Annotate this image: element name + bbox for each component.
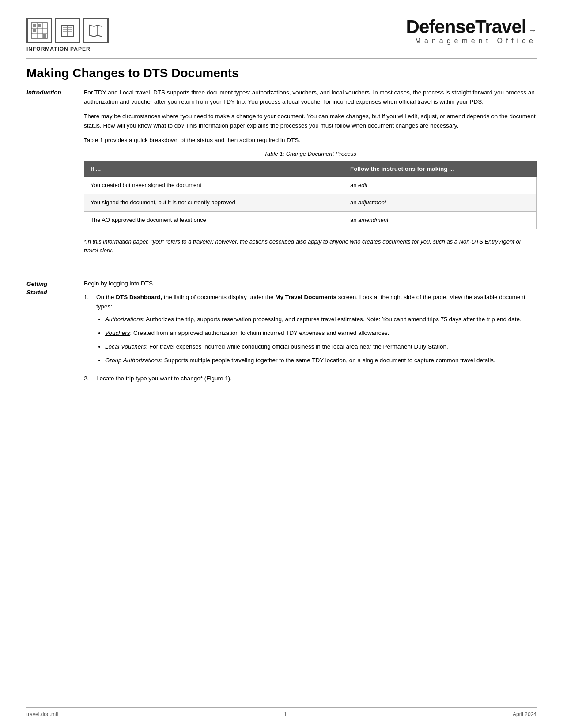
brand-subtitle: Management Office (406, 37, 537, 45)
gs-label: Getting Started (26, 281, 47, 296)
section-divider (26, 271, 537, 271)
gs-step-content-0: On the DTS Dashboard, the listing of doc… (96, 293, 537, 370)
table-row-condition-2: The AO approved the document at least on… (84, 212, 344, 229)
table-row-action-1: an adjustment (344, 194, 536, 212)
logo-icons (26, 18, 109, 43)
gs-step-content-1: Locate the trip type you want to change*… (96, 374, 537, 383)
intro-para-2: There may be circumstances where *you ne… (84, 112, 537, 131)
table-caption: Table 1: Change Document Process (84, 150, 537, 157)
table-row-condition-0: You created but never signed the documen… (84, 176, 344, 194)
getting-started-section: Getting Started Begin by logging into DT… (26, 279, 537, 387)
introduction-label: Introduction (26, 89, 61, 96)
gs-steps: 1.On the DTS Dashboard, the listing of d… (84, 293, 537, 383)
gs-begin: Begin by logging into DTS. (84, 279, 537, 289)
svg-rect-7 (33, 29, 36, 32)
intro-para-1: For TDY and Local travel, DTS supports t… (84, 88, 537, 107)
gs-step-num-0: 1. (84, 293, 93, 370)
footer-url: travel.dod.mil (26, 711, 58, 717)
gs-sub-bullets-0: Authorizations: Authorizes the trip, sup… (96, 315, 537, 365)
introduction-label-col: Introduction (26, 88, 84, 263)
gs-step-num-1: 2. (84, 374, 93, 383)
svg-rect-6 (38, 24, 41, 27)
header-divider (26, 58, 537, 59)
page: INFORMATION PAPER DefenseTravel → Manage… (0, 0, 563, 728)
gs-bullet-label-0-3: Group Authorizations (105, 357, 161, 364)
table-col2-header: Follow the instructions for making ... (344, 161, 536, 176)
footer-date: April 2024 (513, 711, 537, 717)
gs-step-main-text-1: Locate the trip type you want to change*… (96, 375, 232, 382)
brand-arrow: → (526, 25, 537, 35)
svg-rect-5 (33, 24, 36, 27)
gs-bullet-label-0-0: Authorizations (105, 316, 143, 323)
gs-content: Begin by logging into DTS. 1.On the DTS … (84, 279, 537, 387)
introduction-content: For TDY and Local travel, DTS supports t… (84, 88, 537, 263)
gs-bullet-0-1: Vouchers: Created from an approved autho… (105, 329, 537, 338)
logo-icon-book (55, 18, 80, 43)
gs-step-0: 1.On the DTS Dashboard, the listing of d… (84, 293, 537, 370)
table-row-action-2: an amendment (344, 212, 536, 229)
header: INFORMATION PAPER DefenseTravel → Manage… (26, 18, 537, 52)
gs-bullet-0-0: Authorizations: Authorizes the trip, sup… (105, 315, 537, 324)
gs-bullet-label-0-2: Local Vouchers (105, 343, 146, 350)
svg-rect-8 (43, 34, 46, 38)
footnote: *In this information paper, "you" refers… (84, 237, 537, 255)
table-row-action-0: an edit (344, 176, 536, 194)
header-left: INFORMATION PAPER (26, 18, 109, 52)
page-footer: travel.dod.mil 1 April 2024 (26, 707, 537, 717)
gs-bullet-0-3: Group Authorizations: Supports multiple … (105, 356, 537, 365)
header-right: DefenseTravel → Management Office (406, 18, 537, 45)
table-col1-header: If ... (84, 161, 344, 176)
logo-icon-map (83, 18, 109, 43)
change-table: If ... Follow the instructions for makin… (84, 161, 537, 230)
info-paper-label: INFORMATION PAPER (26, 46, 109, 52)
gs-label-col: Getting Started (26, 279, 84, 387)
introduction-section: Introduction For TDY and Local travel, D… (26, 88, 537, 263)
table-row-condition-1: You signed the document, but it is not c… (84, 194, 344, 212)
gs-bullet-0-2: Local Vouchers: For travel expenses incu… (105, 342, 537, 352)
gs-bullet-label-0-1: Vouchers (105, 330, 130, 336)
gs-step-main-text-0: On the DTS Dashboard, the listing of doc… (96, 294, 525, 310)
brand-title: DefenseTravel → (406, 18, 537, 36)
intro-para-3: Table 1 provides a quick breakdown of th… (84, 136, 537, 145)
logo-icon-grid (26, 18, 52, 43)
page-title: Making Changes to DTS Documents (26, 66, 537, 80)
footer-page-num: 1 (58, 711, 513, 717)
gs-step-1: 2.Locate the trip type you want to chang… (84, 374, 537, 383)
